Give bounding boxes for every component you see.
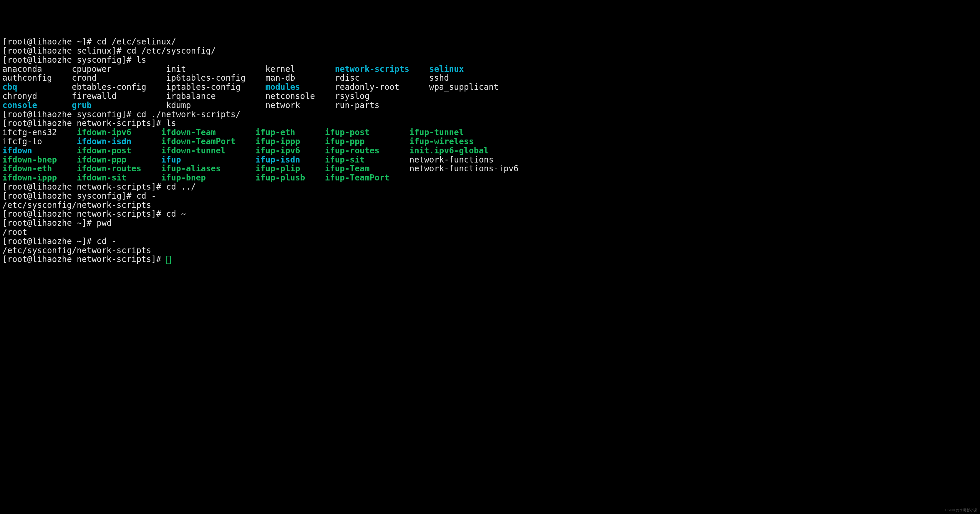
ls-entry: chronyd [2, 91, 62, 101]
shell-command: cd ../ [166, 182, 196, 192]
ls-entry: ifup-sit [325, 155, 399, 165]
ls-entry: ifup-post [325, 127, 399, 137]
ls-entry: ifdown-bnep [2, 155, 67, 165]
shell-command: cd ./network-scripts/ [136, 110, 240, 119]
ls-entry: ifdown-sit [77, 173, 151, 183]
ls-entry: cpupower [72, 64, 156, 74]
ls-entry: ifdown-Team [161, 127, 245, 137]
ls-entry: ifdown-tunnel [161, 146, 245, 156]
ls-entry: authconfig [2, 73, 62, 83]
ls-entry: ifup [161, 155, 245, 165]
ls-entry: ifcfg-ens32 [2, 127, 67, 137]
ls-entry: kernel [265, 64, 325, 74]
ls-entry: ifup-plip [256, 164, 315, 173]
ls-entry: wpa_supplicant [429, 82, 499, 92]
ls-entry: readonly-root [335, 82, 419, 92]
ls-entry: ebtables-config [72, 82, 156, 92]
ls-entry: ifup-ipv6 [256, 146, 315, 156]
ls-entry: ifdown-post [77, 146, 151, 156]
shell-output: /etc/sysconfig/network-scripts [2, 200, 151, 210]
ls-entry: man-db [265, 73, 325, 83]
ls-entry: ifdown-eth [2, 164, 67, 173]
ls-entry: ifdown-ipv6 [77, 127, 151, 137]
shell-prompt: [root@lihaozhe network-scripts]# [2, 182, 166, 192]
shell-prompt: [root@lihaozhe ~]# [2, 218, 97, 228]
ls-entry: iptables-config [166, 82, 255, 92]
ls-entry: ifup-ippp [256, 137, 315, 146]
ls-entry: rsyslog [335, 91, 419, 101]
ls-entry: cbq [2, 82, 62, 92]
ls-entry: ifup-TeamPort [325, 173, 399, 183]
shell-prompt: [root@lihaozhe network-scripts]# [2, 209, 166, 219]
ls-entry: firewalld [72, 91, 156, 101]
shell-prompt: [root@lihaozhe selinux]# [2, 46, 126, 56]
shell-command: ls [166, 118, 176, 128]
shell-prompt: [root@lihaozhe sysconfig]# [2, 110, 136, 119]
ls-entry: ifup-isdn [256, 155, 315, 165]
ls-entry: run-parts [335, 100, 419, 110]
ls-entry: ifdown-isdn [77, 137, 151, 146]
ls-entry: network-scripts [335, 64, 419, 74]
ls-entry: ifup-plusb [256, 173, 315, 183]
ls-entry: anaconda [2, 64, 62, 74]
ls-entry: crond [72, 73, 156, 83]
shell-prompt: [root@lihaozhe network-scripts]# [2, 118, 166, 128]
shell-output: /etc/sysconfig/network-scripts [2, 245, 151, 255]
shell-prompt: [root@lihaozhe ~]# [2, 37, 97, 46]
ls-entry: selinux [429, 64, 464, 74]
ls-entry: ifup-routes [325, 146, 399, 156]
shell-command: ls [136, 55, 146, 65]
shell-command: cd /etc/sysconfig/ [126, 46, 215, 56]
terminal-output[interactable]: [root@lihaozhe ~]# cd /etc/selinux/ [roo… [2, 37, 978, 264]
ls-entry: ifdown-routes [77, 164, 151, 173]
ls-entry: modules [265, 82, 325, 92]
ls-entry: netconsole [265, 91, 325, 101]
ls-entry: init [166, 64, 255, 74]
ls-entry: ifup-ppp [325, 137, 399, 146]
ls-entry: ifup-tunnel [409, 127, 464, 137]
ls-entry: ifcfg-lo [2, 137, 67, 146]
shell-output: /root [2, 227, 27, 237]
ls-entry: ifup-wireless [409, 137, 474, 146]
ls-entry: ifup-aliases [161, 164, 245, 173]
shell-command: cd /etc/selinux/ [97, 37, 176, 46]
ls-entry: ifup-Team [325, 164, 399, 173]
ls-entry: ifdown [2, 146, 67, 156]
ls-entry: network-functions [409, 155, 494, 165]
shell-prompt: [root@lihaozhe network-scripts]# [2, 255, 166, 264]
ls-entry: network-functions-ipv6 [409, 164, 519, 173]
shell-command: cd - [136, 191, 156, 201]
cursor [166, 256, 170, 264]
ls-entry: kdump [166, 100, 255, 110]
ls-entry: ifup-eth [256, 127, 315, 137]
ls-entry: ifdown-TeamPort [161, 137, 245, 146]
shell-prompt: [root@lihaozhe ~]# [2, 236, 97, 246]
ls-entry: ifup-bnep [161, 173, 245, 183]
ls-entry: ifdown-ippp [2, 173, 67, 183]
shell-prompt: [root@lihaozhe sysconfig]# [2, 191, 136, 201]
shell-command: cd ~ [166, 209, 186, 219]
ls-entry: grub [72, 100, 156, 110]
ls-entry: ifdown-ppp [77, 155, 151, 165]
ls-entry: init.ipv6-global [409, 146, 489, 156]
shell-prompt: [root@lihaozhe sysconfig]# [2, 55, 136, 65]
shell-command: pwd [97, 218, 111, 228]
ls-entry: ip6tables-config [166, 73, 255, 83]
ls-entry: irqbalance [166, 91, 255, 101]
ls-entry: console [2, 100, 62, 110]
shell-command: cd - [97, 236, 116, 246]
ls-entry: rdisc [335, 73, 419, 83]
ls-entry: network [265, 100, 325, 110]
ls-entry: sshd [429, 73, 449, 83]
